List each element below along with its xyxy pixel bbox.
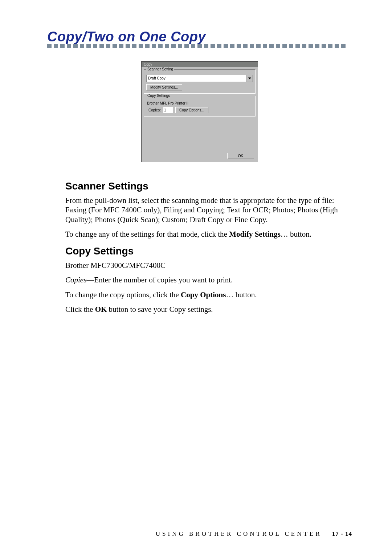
text-span: To change any of the settings for that m… — [65, 230, 229, 238]
page-title: Copy/Two on One Copy — [47, 29, 352, 45]
scanner-settings-heading: Scanner Settings — [65, 180, 352, 192]
copies-ital: Copies — [65, 276, 86, 284]
copy-settings-p4: Click the OK button to save your Copy se… — [65, 305, 352, 314]
dialog-title: Copy — [142, 62, 258, 67]
text-span: Click the — [65, 305, 95, 314]
copies-label: Copies: — [148, 108, 161, 112]
text-span: … button. — [281, 230, 311, 238]
scanner-settings-p1: From the pull-down list, select the scan… — [65, 196, 352, 224]
text-span: To change the copy options, click the — [65, 290, 181, 299]
copy-settings-p2: Copies—Enter the number of copies you wa… — [65, 275, 352, 285]
copies-input[interactable] — [163, 107, 173, 113]
scan-mode-selected[interactable]: Draft Copy — [146, 75, 246, 82]
text-span: —Enter the number of copies you want to … — [86, 276, 233, 284]
copy-settings-p1: Brother MFC7300C/MFC7400C — [65, 261, 352, 270]
copy-settings-p3: To change the copy options, click the Co… — [65, 290, 352, 299]
copy-dialog: Copy Scanner Setting Draft Copy Modify S… — [141, 61, 258, 162]
page-footer: USING BROTHER CONTROL CENTER 17 - 14 — [156, 530, 352, 538]
text-span: … button. — [226, 290, 257, 299]
copy-options-button[interactable]: Copy Options... — [175, 107, 208, 113]
scanner-setting-legend: Scanner Setting — [146, 67, 174, 71]
modify-settings-button[interactable]: Modify Settings... — [146, 84, 182, 90]
page-number: 17 - 14 — [332, 530, 352, 537]
copy-settings-legend: Copy Settings — [146, 94, 171, 98]
footer-text: USING BROTHER CONTROL CENTER — [156, 530, 322, 537]
scanner-setting-group: Scanner Setting Draft Copy Modify Settin… — [144, 69, 256, 94]
copy-settings-group: Copy Settings Brother MFL Pro Printer II… — [144, 96, 256, 117]
ok-button[interactable]: OK — [227, 153, 254, 159]
text-span: button to save your Copy settings. — [107, 305, 213, 314]
svg-marker-0 — [248, 78, 251, 79]
scanner-settings-p2: To change any of the settings for that m… — [65, 229, 352, 239]
chevron-down-icon[interactable] — [246, 75, 253, 82]
scan-mode-dropdown[interactable]: Draft Copy — [146, 75, 253, 82]
printer-name: Brother MFL Pro Printer II — [147, 101, 253, 105]
modify-settings-bold: Modify Settings — [229, 230, 281, 238]
title-underline-squares — [47, 44, 352, 48]
copy-settings-heading: Copy Settings — [65, 245, 352, 257]
ok-bold: OK — [95, 305, 107, 314]
copy-options-bold: Copy Options — [181, 290, 226, 299]
